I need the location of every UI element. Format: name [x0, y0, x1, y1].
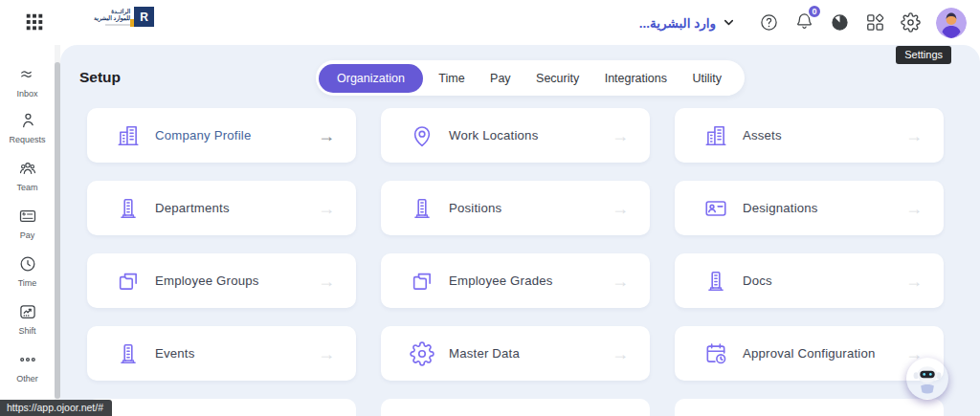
gear-icon [410, 341, 434, 366]
user-avatar[interactable] [936, 8, 967, 38]
arrow-right-icon: → [612, 273, 629, 290]
tab-time[interactable]: Time [429, 65, 474, 92]
status-url: https://app.ojoor.net/# [0, 400, 112, 416]
tab-organization[interactable]: Organization [319, 64, 423, 93]
card-label: Work Locations [449, 128, 538, 142]
account-label: ...وارد البشرية [639, 15, 716, 31]
avatar-illustration [936, 8, 967, 38]
buildings-icon [703, 123, 728, 148]
card-label: Events [155, 346, 195, 361]
arrow-right-icon: → [612, 345, 629, 362]
three-dots-icon [18, 350, 37, 369]
tab-integrations[interactable]: Integrations [595, 65, 677, 92]
tab-pay[interactable]: Pay [480, 65, 521, 92]
logo-arabic-text: الرائــدة للموارد البشرية [94, 9, 130, 26]
calendar-clock-icon [703, 341, 728, 366]
theme-contrast-icon[interactable] [830, 12, 850, 33]
card-approval-configuration[interactable]: Approval Configuration → [675, 326, 944, 381]
building-icon [703, 269, 728, 294]
clock-icon [18, 254, 37, 274]
building-icon [410, 196, 434, 221]
card-label: Positions [449, 201, 501, 215]
card-designations[interactable]: Designations → [675, 181, 944, 235]
card-work-locations[interactable]: Work Locations → [381, 108, 650, 163]
settings-tooltip: Settings [896, 46, 951, 64]
setup-tab-bar: Organization Time Pay Security Integrati… [316, 60, 745, 96]
sidebar-item-team[interactable]: Team [0, 159, 55, 192]
card-assets[interactable]: Assets → [675, 108, 944, 163]
sidebar-item-label: Time [0, 278, 55, 288]
setup-page: Setup Organization Time Pay Security Int… [60, 45, 980, 416]
sidebar-item-inbox[interactable]: Inbox [0, 65, 55, 99]
card-docs[interactable]: Docs → [675, 253, 944, 308]
account-switcher[interactable]: ...وارد البشرية [639, 15, 736, 31]
card-events[interactable]: Events → [87, 326, 356, 381]
tab-security[interactable]: Security [526, 65, 589, 92]
scrollbar-thumb[interactable] [55, 62, 60, 399]
card-partial[interactable] [381, 399, 650, 416]
card-label: Employee Grades [449, 274, 553, 288]
sidebar-item-other[interactable]: Other [0, 350, 55, 383]
topbar-actions: ...وارد البشرية 0 [639, 0, 967, 45]
arrow-right-icon: → [318, 200, 335, 217]
buildings-icon [116, 123, 141, 148]
app-window: الرائــدة للموارد البشرية R ...وارد البش… [0, 0, 980, 416]
people-icon [18, 159, 37, 178]
building-icon [116, 341, 141, 366]
card-company-profile[interactable]: Company Profile → [87, 108, 356, 163]
card-label: Company Profile [155, 128, 251, 142]
help-icon[interactable] [759, 12, 779, 33]
logo-arabic-line2: للموارد البشرية [94, 15, 130, 22]
folder-icon [410, 269, 434, 294]
card-label: Docs [743, 274, 772, 288]
arrow-right-icon: → [905, 127, 923, 144]
notifications-button[interactable]: 0 [794, 11, 814, 34]
sidebar-item-label: Shift [0, 326, 55, 336]
notification-badge: 0 [807, 4, 822, 19]
page-title: Setup [79, 69, 121, 86]
settings-gear-icon[interactable] [901, 12, 921, 33]
logo-arabic-line1: الرائــدة [94, 9, 130, 15]
sidebar-item-label: Requests [0, 135, 55, 144]
arrow-right-icon: → [318, 273, 335, 290]
sidebar-nav: Home Inbox Requests Team Pay Time Shift [0, 0, 55, 416]
chatbot-button[interactable] [906, 358, 948, 400]
card-employee-grades[interactable]: Employee Grades → [381, 253, 650, 308]
location-pin-icon [410, 123, 434, 148]
robot-icon [906, 358, 948, 400]
arrow-right-icon: → [905, 273, 923, 290]
arrow-right-icon: → [612, 200, 629, 217]
card-partial[interactable] [87, 399, 356, 416]
sidebar-item-pay[interactable]: Pay [0, 207, 55, 240]
card-departments[interactable]: Departments → [87, 181, 356, 235]
logo-tagline-line [105, 24, 130, 26]
logo-r-mark: R [134, 7, 154, 27]
building-icon [116, 196, 141, 221]
sidebar-item-label: Pay [0, 230, 55, 240]
arrow-right-icon: → [905, 200, 923, 217]
sidebar-item-label: Other [0, 374, 55, 383]
chevron-down-icon [722, 15, 736, 30]
person-icon [18, 111, 37, 130]
card-employee-groups[interactable]: Employee Groups → [87, 253, 356, 308]
card-label: Designations [743, 201, 818, 215]
company-logo[interactable]: الرائــدة للموارد البشرية R [94, 7, 154, 27]
inbox-wave-icon [18, 65, 37, 84]
card-partial[interactable] [675, 399, 944, 416]
sidebar-item-shift[interactable]: Shift [0, 302, 55, 336]
app-launcher-grid-icon[interactable] [24, 11, 45, 33]
apps-dashboard-icon[interactable] [865, 12, 885, 33]
card-master-data[interactable]: Master Data → [381, 326, 650, 381]
arrow-right-icon: → [318, 345, 335, 362]
card-label: Master Data [449, 346, 520, 361]
sidebar-item-time[interactable]: Time [0, 254, 55, 288]
chart-box-icon [18, 302, 37, 321]
arrow-right-icon: → [612, 127, 629, 144]
sidebar-item-requests[interactable]: Requests [0, 111, 55, 144]
tab-utility[interactable]: Utility [682, 65, 731, 92]
arrow-right-icon: → [318, 127, 335, 144]
card-label: Approval Configuration [743, 346, 876, 361]
card-label: Departments [155, 201, 230, 215]
topbar: الرائــدة للموارد البشرية R ...وارد البش… [0, 0, 980, 45]
card-positions[interactable]: Positions → [381, 181, 650, 235]
